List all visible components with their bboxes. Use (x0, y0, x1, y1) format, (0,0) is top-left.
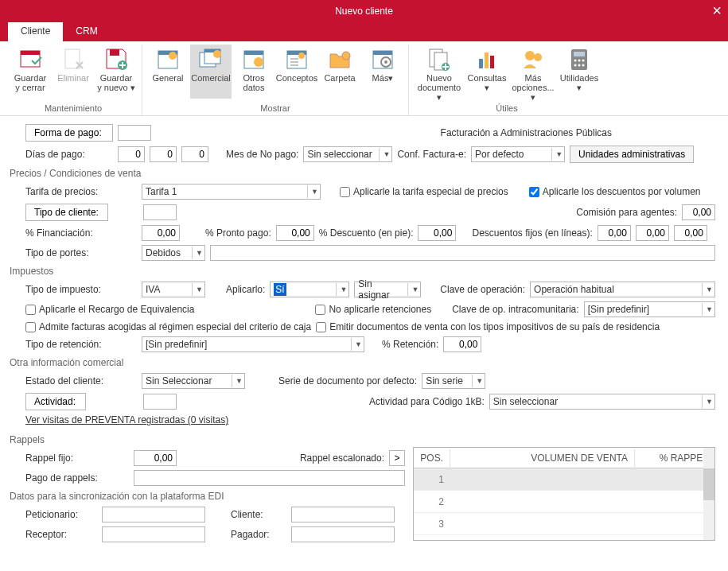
section-precios: Precios / Condiciones de venta (10, 168, 715, 179)
tab-cliente[interactable]: Cliente (8, 22, 63, 41)
tipo-impuesto-label: Tipo de impuesto: (25, 284, 137, 295)
dias-pago-1[interactable] (118, 146, 145, 162)
svg-rect-13 (244, 51, 263, 55)
rappel-table: POS. VOLUMEN DE VENTA % RAPPEL 1 2 3 (413, 447, 715, 541)
pago-rappels-input[interactable] (134, 470, 405, 486)
estado-cliente-combo[interactable]: Sin Seleccionar▼ (142, 373, 245, 389)
unidades-admin-button[interactable]: Unidades administrativas (570, 146, 694, 163)
dias-pago-2[interactable] (150, 146, 177, 162)
svg-rect-26 (479, 59, 483, 68)
chart-icon (474, 46, 500, 72)
actividad-button[interactable]: Actividad: (25, 393, 86, 410)
chk-desc-volumen[interactable]: Aplicarle los descuentos por volumen (529, 186, 701, 197)
ribbon-guardar-cerrar[interactable]: Guardar y cerrar (10, 45, 51, 99)
col-volumen[interactable]: VOLUMEN DE VENTA (450, 449, 635, 467)
clave-op-combo[interactable]: Operación habitual▼ (530, 282, 715, 297)
chk-recargo[interactable]: Aplicarle el Recargo de Equivalencia (25, 304, 194, 315)
desc-fijos-2[interactable] (636, 225, 669, 241)
dias-pago-3[interactable] (181, 146, 208, 162)
chk-no-retenciones[interactable]: No aplicarle retenciones (315, 304, 431, 315)
actividad-input[interactable] (143, 394, 177, 410)
ribbon-general[interactable]: General (147, 45, 189, 99)
chevron-down-icon: ▼ (702, 283, 713, 296)
cliente-edi-input[interactable] (291, 507, 395, 522)
peticionario-input[interactable] (102, 507, 205, 522)
receptor-input[interactable] (102, 526, 205, 542)
ribbon-comercial[interactable]: Comercial (190, 45, 232, 99)
conf-factura-combo[interactable]: Por defecto▼ (471, 146, 565, 162)
tipo-retencion-combo[interactable]: [Sin predefinir]▼ (142, 336, 364, 352)
chevron-down-icon: ▼ (379, 148, 390, 161)
forma-pago-button[interactable]: Forma de pago: (25, 124, 113, 142)
ribbon-mas-mostrar[interactable]: Más▾ (362, 45, 403, 99)
actividad-1kb-label: Actividad para Código 1kB: (369, 396, 485, 407)
rappel-fijo-input[interactable] (134, 450, 177, 466)
serie-doc-combo[interactable]: Sin serie▼ (422, 373, 485, 389)
ribbon-conceptos[interactable]: Conceptos (276, 45, 317, 99)
rappel-escalonado-button[interactable]: > (389, 450, 405, 466)
svg-point-33 (574, 60, 577, 62)
chevron-down-icon: ▼ (472, 375, 483, 387)
table-row[interactable]: 3 (414, 513, 714, 535)
aplicarlo-label: Aplicarlo: (226, 284, 265, 295)
mes-no-pago-combo[interactable]: Sin seleccionar▼ (303, 146, 392, 162)
tipo-cliente-button[interactable]: Tipo de cliente: (25, 204, 108, 221)
financiacion-input[interactable] (142, 225, 180, 241)
svg-rect-28 (490, 56, 494, 68)
pagador-input[interactable] (291, 526, 395, 542)
scrollbar[interactable] (703, 448, 714, 540)
ribbon-eliminar[interactable]: Eliminar (53, 45, 94, 99)
chevron-down-icon: ▼ (307, 185, 318, 198)
tipo-portes-combo[interactable]: Debidos▼ (142, 245, 205, 261)
link-preventa[interactable]: Ver visitas de PREVENTA registradas (0 v… (25, 414, 228, 425)
chk-emitir-residencia[interactable]: Emitir documentos de venta con los tipos… (316, 321, 660, 332)
ribbon-carpeta[interactable]: Carpeta (319, 45, 360, 99)
chk-tarifa-especial[interactable]: Aplicarle la tarifa especial de precios (340, 186, 508, 197)
rappel-escalonado-label: Rappel escalonado: (300, 453, 384, 464)
forma-pago-input[interactable] (118, 125, 151, 141)
mes-no-pago-label: Mes de No pago: (226, 149, 298, 160)
clave-intra-label: Clave de op. intracomunitaria: (452, 304, 578, 315)
desc-fijos-3[interactable] (674, 225, 707, 241)
ribbon-otros-datos[interactable]: Otros datos (233, 45, 274, 99)
comision-input[interactable] (682, 204, 715, 220)
ribbon-utilidades[interactable]: Utilidades ▾ (559, 45, 600, 99)
tarifa-combo[interactable]: Tarifa 1▼ (142, 184, 321, 200)
desc-fijos-1[interactable] (598, 225, 631, 241)
table-row[interactable]: 1 (414, 468, 714, 491)
pct-retencion-input[interactable] (443, 336, 481, 352)
pronto-pago-input[interactable] (276, 225, 314, 241)
tarifa-label: Tarifa de precios: (25, 186, 137, 197)
tipo-portes-label: Tipo de portes: (25, 247, 137, 258)
svg-point-17 (298, 52, 305, 59)
desc-pie-input[interactable] (418, 225, 456, 241)
ribbon-nuevo-documento[interactable]: Nuevo documento ▾ (414, 45, 465, 99)
tab-crm[interactable]: CRM (63, 22, 110, 41)
close-icon[interactable]: × (712, 2, 722, 20)
clave-intra-combo[interactable]: [Sin predefinir]▼ (584, 301, 715, 317)
tipo-impuesto-combo[interactable]: IVA▼ (142, 282, 205, 297)
tipo-portes-text[interactable] (210, 245, 715, 261)
chevron-down-icon: ▼ (702, 303, 713, 316)
people-icon (520, 46, 546, 72)
actividad-1kb-combo[interactable]: Sin seleccionar▼ (489, 394, 715, 410)
col-rappel[interactable]: % RAPPEL (635, 449, 714, 467)
tipo-cliente-input[interactable] (143, 204, 177, 220)
ribbon-consultas[interactable]: Consultas ▾ (466, 45, 508, 99)
pagador-label: Pagador: (231, 529, 286, 540)
table-row[interactable]: 2 (414, 491, 714, 513)
chevron-down-icon: ▼ (232, 375, 243, 387)
ribbon-mas-opciones[interactable]: Más opciones... ▾ (509, 45, 557, 99)
chk-regimen-caja[interactable]: Admite facturas acogidas al régimen espe… (25, 321, 311, 332)
svg-point-18 (342, 52, 350, 60)
col-pos[interactable]: POS. (414, 449, 450, 467)
ribbon-guardar-nuevo[interactable]: Guardar y nuevo ▾ (95, 45, 137, 99)
comercial-icon (198, 46, 224, 72)
aplicarlo-combo[interactable]: Sí▼ (270, 282, 349, 297)
titlebar: Nuevo cliente × (0, 0, 728, 22)
receptor-label: Receptor: (25, 529, 97, 540)
aplicarlo-combo2[interactable]: Sin asignar▼ (354, 282, 421, 297)
chevron-down-icon: ▼ (192, 283, 203, 296)
svg-point-38 (582, 64, 585, 67)
clave-op-label: Clave de operación: (440, 284, 525, 295)
